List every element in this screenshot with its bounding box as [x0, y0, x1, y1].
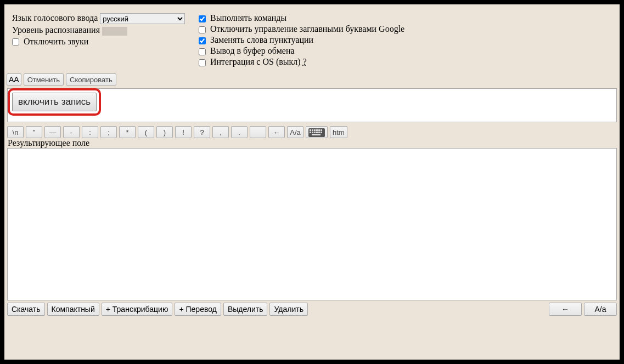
svg-rect-1 — [310, 129, 311, 131]
os-integration-checkbox[interactable] — [199, 59, 206, 66]
svg-rect-2 — [312, 129, 313, 131]
case-toggle-button[interactable]: A/a — [584, 303, 617, 316]
back-button[interactable]: ← — [549, 303, 582, 316]
select-all-button[interactable]: Выделить — [223, 303, 268, 316]
language-select[interactable]: русский — [100, 13, 185, 24]
punct-htm-button[interactable]: htm — [330, 126, 347, 138]
punct-exclaim-button[interactable]: ! — [175, 126, 192, 138]
run-commands-checkbox[interactable] — [199, 15, 206, 22]
svg-rect-6 — [321, 129, 322, 131]
mute-sounds-label: Отключить звуки — [24, 37, 88, 46]
punct-semicolon-button[interactable]: ; — [100, 126, 117, 138]
punct-asterisk-button[interactable]: * — [119, 126, 136, 138]
replace-punct-checkbox[interactable] — [199, 37, 206, 44]
punct-emdash-button[interactable]: — — [44, 126, 61, 138]
os-integration-label: Интеграция с OS (выкл) — [210, 57, 301, 66]
delete-button[interactable]: Удалить — [269, 303, 307, 316]
svg-rect-7 — [310, 132, 311, 133]
punct-space-button[interactable] — [250, 126, 266, 138]
result-textarea[interactable] — [7, 148, 617, 300]
disable-caps-label: Отключить управление заглавными буквами … — [210, 24, 404, 33]
record-button[interactable]: включить запись — [12, 93, 97, 111]
punct-paren-close-button[interactable]: ) — [156, 126, 173, 138]
clipboard-output-label: Вывод в буфер обмена — [210, 46, 295, 55]
keyboard-button[interactable] — [306, 126, 328, 138]
replace-punct-label: Заменять слова пунктуации — [210, 35, 313, 44]
punct-quote-button[interactable]: " — [26, 126, 42, 138]
punct-back-button[interactable]: ← — [268, 126, 285, 138]
svg-rect-10 — [316, 132, 318, 133]
disable-caps-checkbox[interactable] — [199, 26, 206, 33]
punct-case-button[interactable]: A/a — [287, 126, 303, 138]
run-commands-label: Выполнять команды — [210, 13, 286, 22]
punct-comma-button[interactable]: , — [212, 126, 229, 138]
compact-button[interactable]: Компактный — [47, 303, 99, 316]
svg-rect-9 — [314, 132, 316, 133]
svg-rect-8 — [312, 132, 313, 133]
punct-newline-button[interactable]: \n — [7, 126, 24, 138]
result-field-label: Результирующее поле — [4, 138, 620, 148]
svg-rect-13 — [312, 134, 321, 135]
clipboard-output-checkbox[interactable] — [199, 48, 206, 55]
svg-rect-3 — [314, 129, 316, 131]
add-transcription-button[interactable]: + Транскрибацию — [102, 303, 173, 316]
mute-sounds-checkbox[interactable] — [12, 38, 19, 46]
lang-label: Язык голосового ввода — [12, 13, 98, 22]
recognition-level-label: Уровень распознавания — [12, 25, 100, 35]
svg-rect-5 — [318, 129, 320, 131]
punct-paren-open-button[interactable]: ( — [138, 126, 154, 138]
add-translation-button[interactable]: + Перевод — [175, 303, 221, 316]
punct-dash-button[interactable]: - — [63, 126, 80, 138]
undo-button[interactable]: Отменить — [24, 73, 64, 86]
toggle-case-button[interactable]: AA — [7, 73, 21, 86]
download-button[interactable]: Скачать — [7, 303, 45, 316]
recognition-level-value — [102, 27, 127, 36]
svg-rect-11 — [318, 132, 320, 133]
punct-colon-button[interactable]: : — [82, 126, 98, 138]
record-button-highlight: включить запись — [8, 88, 101, 116]
svg-rect-4 — [316, 129, 318, 131]
copy-button[interactable]: Скопировать — [66, 73, 116, 86]
help-icon[interactable]: ? — [303, 57, 307, 66]
punct-period-button[interactable]: . — [231, 126, 248, 138]
punct-question-button[interactable]: ? — [194, 126, 210, 138]
svg-rect-12 — [321, 132, 322, 133]
keyboard-icon — [308, 128, 325, 137]
